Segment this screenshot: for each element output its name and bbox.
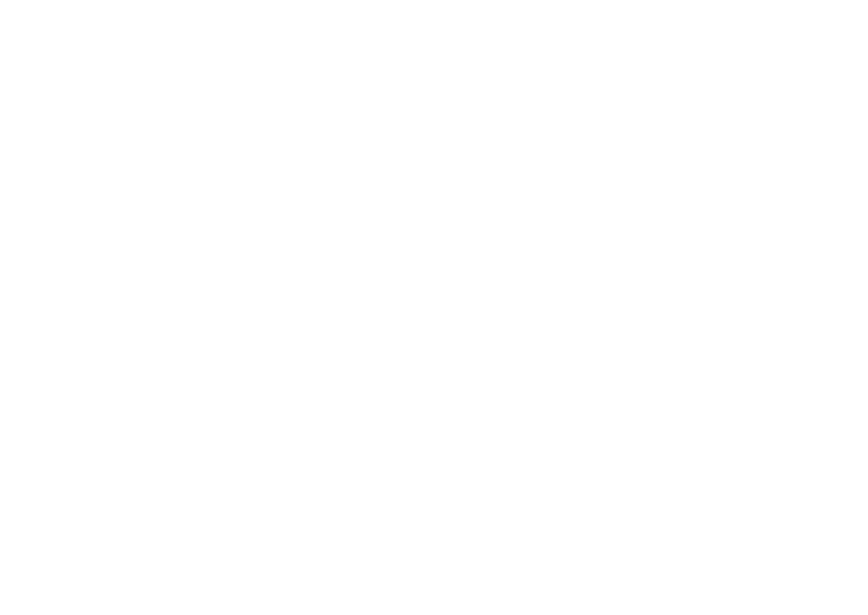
uml-diagram <box>0 0 868 615</box>
